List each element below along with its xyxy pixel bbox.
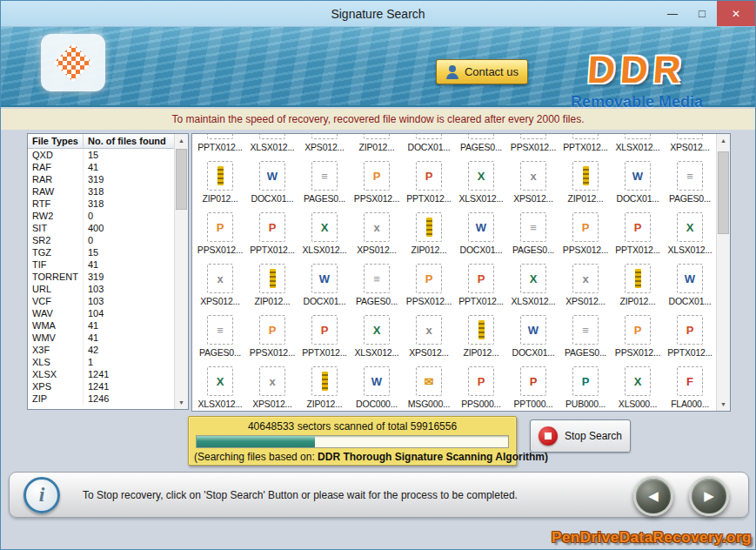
file-item[interactable]: ZIP012... <box>194 154 246 205</box>
file-item[interactable]: XXLSX012... <box>612 134 664 154</box>
col-header-files-found[interactable]: No. of files found <box>83 134 174 149</box>
file-type-row[interactable]: XPS1241 <box>28 380 174 392</box>
col-header-file-types[interactable]: File Types <box>28 134 83 149</box>
file-item[interactable]: XXLSX012... <box>664 205 716 257</box>
file-type-row[interactable]: VCF103 <box>28 295 174 307</box>
file-item[interactable]: PPPSX012... <box>612 308 664 359</box>
file-item[interactable]: PPPS000... <box>455 359 507 411</box>
file-item[interactable]: ≡PAGES0... <box>194 308 246 359</box>
file-item[interactable]: PPPTX012... <box>403 154 455 205</box>
file-item[interactable]: ✉MSG000... <box>403 359 455 411</box>
table-scrollbar-thumb[interactable] <box>176 149 187 210</box>
file-item[interactable]: PPPSX012... <box>559 205 612 257</box>
file-type-row[interactable]: XLSX1241 <box>28 368 174 380</box>
file-item[interactable]: ZIP012... <box>559 154 612 205</box>
file-item[interactable]: xXPS012... <box>507 154 559 205</box>
file-item[interactable]: xXPS012... <box>403 308 455 359</box>
file-type-row[interactable]: WMA41 <box>28 319 174 332</box>
file-type-row[interactable]: RAF41 <box>28 161 174 173</box>
file-type-row[interactable]: RAW318 <box>28 185 174 198</box>
file-item[interactable]: ZIP012... <box>455 308 507 359</box>
file-type-row[interactable]: RAR319 <box>28 173 174 185</box>
scroll-up-icon[interactable]: ▲ <box>175 134 188 147</box>
stop-search-button[interactable]: Stop Search <box>530 419 631 453</box>
file-item[interactable]: xXPS012... <box>559 257 612 308</box>
forward-button[interactable]: ▶ <box>689 476 729 516</box>
file-item[interactable]: XXLS000... <box>612 359 664 411</box>
table-scrollbar[interactable]: ▲ ▼ <box>174 134 188 409</box>
file-type-row[interactable]: ZIP1246 <box>28 392 174 405</box>
file-type-row[interactable]: TORRENT319 <box>28 271 174 283</box>
file-item[interactable]: ≡PAGES0... <box>559 308 612 359</box>
file-item[interactable]: PPPTX012... <box>455 257 507 308</box>
file-item[interactable]: PPPTX012... <box>246 205 298 257</box>
file-type-row[interactable]: TGZ15 <box>28 246 174 258</box>
file-type-row[interactable]: RW20 <box>28 210 174 222</box>
maximize-button[interactable]: □ <box>687 1 717 26</box>
contact-us-button[interactable]: Contact us <box>436 59 528 84</box>
scroll-up-icon[interactable]: ▲ <box>717 134 730 147</box>
file-item[interactable]: ZIP012... <box>298 359 351 411</box>
file-item[interactable]: PPPSX012... <box>403 257 455 308</box>
file-item[interactable]: WDOCX01... <box>246 154 298 205</box>
file-item[interactable]: WDOCX01... <box>455 205 507 257</box>
file-item[interactable]: xXPS012... <box>246 359 298 411</box>
file-type-row[interactable]: RTF318 <box>28 198 174 210</box>
file-item[interactable]: XXLSX012... <box>455 154 507 205</box>
file-item[interactable]: PPPTX012... <box>298 308 351 359</box>
file-item[interactable]: WDOCX01... <box>298 257 351 308</box>
file-item[interactable]: ≡PAGES0... <box>455 134 507 154</box>
file-item[interactable]: XXLSX012... <box>351 308 403 359</box>
file-type-row[interactable]: URL103 <box>28 283 174 295</box>
file-item[interactable]: PPPTX012... <box>559 134 612 154</box>
grid-scrollbar-thumb[interactable] <box>718 151 729 234</box>
file-item[interactable]: PPPSX012... <box>507 134 559 154</box>
file-item[interactable]: xXPS012... <box>194 257 246 308</box>
file-item[interactable]: ZIP012... <box>403 205 455 257</box>
file-item[interactable]: xXPS012... <box>298 134 351 154</box>
file-item[interactable]: ≡PAGES0... <box>507 205 559 257</box>
minimize-button[interactable]: — <box>658 1 687 26</box>
file-type-row[interactable]: X3F42 <box>28 344 174 356</box>
file-item-label: XLSX012... <box>197 399 242 409</box>
file-item[interactable]: XXLSX012... <box>246 134 298 154</box>
file-item[interactable]: PPPSX012... <box>351 154 403 205</box>
file-type-row[interactable]: SIT400 <box>28 222 174 234</box>
scroll-down-icon[interactable]: ▼ <box>717 398 730 411</box>
file-item[interactable]: xXPS012... <box>351 205 403 257</box>
file-item[interactable]: PPPSX012... <box>194 205 246 257</box>
file-item[interactable]: XXLSX012... <box>194 359 246 411</box>
file-item[interactable]: PPPTX012... <box>194 134 246 154</box>
file-item[interactable]: ZIP012... <box>351 134 403 154</box>
file-type-row[interactable]: XLS1 <box>28 356 174 368</box>
scroll-down-icon[interactable]: ▼ <box>175 396 188 409</box>
file-item-label: ZIP012... <box>359 142 395 152</box>
file-item[interactable]: FFLA000... <box>664 359 716 411</box>
file-type-row[interactable]: TIF41 <box>28 258 174 271</box>
file-type-row[interactable]: WMV41 <box>28 332 174 344</box>
grid-scrollbar[interactable]: ▲ ▼ <box>716 134 730 411</box>
file-item[interactable]: PPPT000... <box>507 359 559 411</box>
file-item[interactable]: ≡PAGES0... <box>351 257 403 308</box>
file-item[interactable]: WDOCX01... <box>403 134 455 154</box>
file-type-row[interactable]: WAV104 <box>28 307 174 319</box>
file-item[interactable]: ZIP012... <box>246 257 298 308</box>
close-button[interactable]: ✕ <box>717 1 755 26</box>
file-item[interactable]: ≡PAGES0... <box>664 154 716 205</box>
file-item[interactable]: WDOCX01... <box>612 154 664 205</box>
file-item[interactable]: WDOCX01... <box>664 257 716 308</box>
file-item[interactable]: WDOC000... <box>351 359 403 411</box>
file-item[interactable]: ≡PAGES0... <box>298 154 351 205</box>
file-item[interactable]: PPPTX012... <box>664 308 716 359</box>
file-item[interactable]: ZIP012... <box>612 257 664 308</box>
file-type-row[interactable]: SR20 <box>28 234 174 246</box>
file-item[interactable]: PPPSX012... <box>246 308 298 359</box>
file-item[interactable]: PPUB000... <box>559 359 612 411</box>
file-item[interactable]: PPPTX012... <box>612 205 664 257</box>
file-item[interactable]: XXLSX012... <box>507 257 559 308</box>
file-item[interactable]: XXLSX012... <box>298 205 351 257</box>
back-button[interactable]: ◀ <box>633 476 673 516</box>
file-type-row[interactable]: QXD15 <box>28 149 174 162</box>
file-item[interactable]: xXPS012... <box>664 134 716 154</box>
file-item[interactable]: WDOCX01... <box>507 308 559 359</box>
